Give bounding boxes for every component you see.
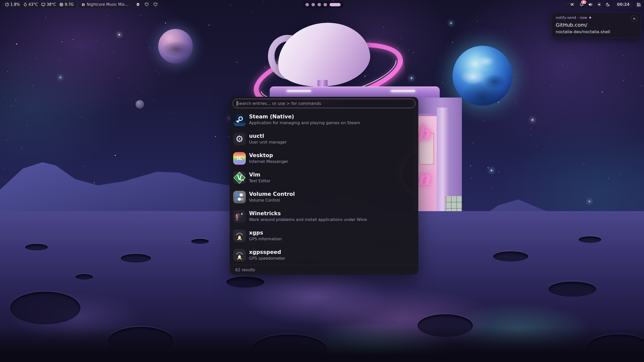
volume-control-app-icon: [233, 191, 246, 203]
purple-planet: [158, 29, 193, 64]
crater: [75, 274, 93, 280]
search-field-wrap: [233, 99, 415, 108]
neon-tube: [287, 90, 311, 92]
crater: [579, 236, 601, 243]
brightness-button[interactable]: [596, 1, 603, 8]
foreground-shadow: [0, 327, 644, 362]
cpu-gauge-icon: [5, 3, 9, 7]
crater: [226, 277, 264, 288]
workspace-dot-4[interactable]: [324, 3, 327, 6]
vim-app-icon: Vim: [233, 171, 246, 184]
vesktop-app-icon: UC: [233, 152, 246, 165]
tray-heart-icon[interactable]: [143, 1, 150, 8]
crater: [493, 251, 528, 261]
volume-button[interactable]: [587, 1, 594, 8]
winetricks-app-icon: [233, 210, 246, 223]
neon-sign-letter: h: [417, 124, 430, 142]
results-footer: 62 results: [230, 265, 418, 275]
list-item-steam[interactable]: Steam (Native) Application for managing …: [230, 110, 418, 129]
crater: [191, 239, 209, 244]
night-mode-off-button[interactable]: [605, 1, 612, 8]
crater: [10, 292, 80, 324]
memory-chip-icon: [59, 3, 63, 7]
list-item-vim[interactable]: Vim Vim Text Editor: [230, 168, 418, 187]
pause-icon: [82, 3, 85, 6]
list-item-volume-control[interactable]: Volume Control Volume Control: [230, 187, 418, 207]
desktop: h n ns: [0, 0, 644, 362]
crater: [25, 244, 48, 250]
cpu-temp: 43°C: [28, 2, 38, 7]
small-moon: [136, 100, 144, 109]
top-bar: 1.8% 43°C 38°C 9.7G Nightcore Music Mix …: [0, 0, 644, 9]
workspace-active-5[interactable]: [330, 3, 341, 6]
notification-title: GitHub.com/: [556, 22, 637, 28]
media-player-pill[interactable]: Nightcore Music Mix 20...: [79, 1, 133, 8]
tux-app-icon: [233, 230, 246, 242]
workspace-dot-2[interactable]: [311, 3, 315, 6]
workspace-switcher[interactable]: [302, 1, 344, 8]
system-stats-pill[interactable]: 1.8% 43°C 38°C 9.7G: [2, 1, 77, 8]
steam-app-icon: [233, 113, 246, 126]
memory-usage: 9.7G: [65, 2, 73, 7]
list-item-winetricks[interactable]: Winetricks Work around problems and inst…: [230, 207, 418, 226]
notification-card[interactable]: notify-send · now ✕ GitHub.com/ noctalia…: [551, 12, 641, 38]
notification-body: noctalia-dev/noctalia.shell: [556, 29, 637, 34]
crater: [548, 282, 596, 297]
gpu-monitor-icon: [41, 3, 45, 7]
crater: [121, 254, 151, 262]
notification-source: notify-send · now: [556, 16, 587, 20]
widgets-button[interactable]: [635, 1, 642, 8]
tray-skull-icon[interactable]: [135, 1, 141, 8]
tux-app-icon: [233, 249, 246, 261]
results-list: Steam (Native) Application for managing …: [230, 110, 418, 265]
text-caret: [237, 101, 237, 106]
list-item-xgps[interactable]: xgps GPS information: [230, 226, 418, 245]
media-track-title: Nightcore Music Mix 20...: [87, 2, 130, 7]
notifications-bell-button[interactable]: 2: [578, 1, 585, 8]
tray-heart-icon[interactable]: [152, 1, 159, 8]
list-item-xgpsspeed[interactable]: xgpsspeed GPS speedometer: [230, 245, 418, 265]
app-launcher: Steam (Native) Application for managing …: [230, 97, 418, 275]
unread-dot: [589, 17, 591, 19]
earth-planet: [453, 46, 512, 106]
gear-app-icon: ⚙: [233, 133, 246, 145]
list-item-uuctl[interactable]: ⚙ uuctl User unit manager: [230, 129, 418, 149]
cpu-usage: 1.8%: [10, 2, 20, 7]
notification-badge: 2: [581, 0, 586, 4]
workspace-dot-3[interactable]: [317, 3, 321, 6]
results-count: 62 results: [235, 267, 255, 272]
gpu-temp: 38°C: [47, 2, 56, 7]
clock[interactable]: 00:24: [614, 1, 633, 8]
list-item-vesktop[interactable]: UC Vesktop Internet Messenger: [230, 149, 418, 168]
close-icon[interactable]: ✕: [631, 15, 638, 22]
neon-sign-letter: n: [417, 169, 430, 188]
search-input[interactable]: [233, 99, 415, 108]
neon-tube: [391, 90, 415, 92]
workspace-dot-1[interactable]: [305, 3, 309, 6]
tray-vesktop-icon[interactable]: UC: [568, 1, 576, 8]
temperature-flame-icon: [23, 3, 27, 7]
